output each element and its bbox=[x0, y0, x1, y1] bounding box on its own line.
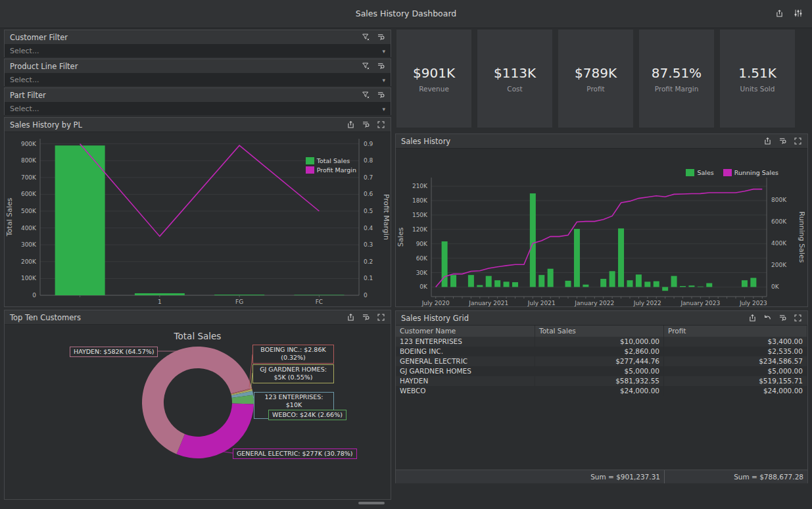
clear-filter-icon[interactable] bbox=[362, 33, 370, 41]
svg-text:Profit Margin: Profit Margin bbox=[382, 194, 389, 240]
svg-text:July 2020: July 2020 bbox=[421, 300, 450, 306]
export-icon[interactable] bbox=[346, 313, 355, 322]
svg-text:90K: 90K bbox=[416, 241, 428, 247]
kpi-label: Cost bbox=[507, 85, 522, 93]
svg-text:0.6: 0.6 bbox=[364, 191, 373, 197]
table-row[interactable]: WEBCO$24,000.00$24,000.00 bbox=[396, 386, 807, 396]
svg-text:200K: 200K bbox=[21, 258, 37, 265]
horizontal-scrollbar-thumb[interactable] bbox=[358, 502, 385, 504]
app-header-actions bbox=[775, 9, 803, 18]
svg-text:July 2021: July 2021 bbox=[527, 300, 556, 306]
maximize-icon[interactable] bbox=[794, 137, 802, 145]
clear-filter-icon[interactable] bbox=[362, 91, 370, 99]
edit-rules-icon[interactable] bbox=[778, 314, 787, 322]
panel-header: Sales History Grid bbox=[396, 311, 807, 326]
svg-text:0.3: 0.3 bbox=[364, 241, 373, 248]
panel-title: Product Line Filter bbox=[10, 62, 78, 71]
clear-filter-icon[interactable] bbox=[362, 62, 370, 70]
table-cell: $5,000.00 bbox=[535, 366, 664, 376]
customer-filter-select[interactable]: Select... ▾ bbox=[5, 45, 391, 57]
kpi-card-cost: $113K Cost bbox=[477, 30, 552, 128]
svg-text:0K: 0K bbox=[419, 283, 428, 290]
svg-text:0.9: 0.9 bbox=[364, 141, 373, 147]
panel-header: Part Filter bbox=[5, 88, 391, 103]
svg-text:100K: 100K bbox=[21, 275, 37, 281]
panel-header: Sales History by PL bbox=[5, 118, 391, 132]
kpi-value: $113K bbox=[494, 65, 536, 81]
pie-label-hayden[interactable]: HAYDEN: $582K (64.57%) bbox=[70, 347, 158, 357]
svg-text:Running Sales: Running Sales bbox=[798, 212, 805, 263]
undo-icon[interactable] bbox=[763, 314, 772, 322]
export-dashboard-icon[interactable] bbox=[775, 9, 784, 18]
kpi-label: Revenue bbox=[419, 85, 449, 93]
pie-label-boeing[interactable]: BOEING INC.: $2.86K (0.32%) bbox=[252, 345, 334, 364]
table-cell: $5,000.00 bbox=[664, 366, 807, 376]
legend-swatch bbox=[306, 157, 314, 164]
table-cell: BOEING INC. bbox=[396, 347, 535, 356]
svg-text:0.4: 0.4 bbox=[364, 225, 373, 231]
svg-text:800K: 800K bbox=[771, 197, 787, 203]
table-row[interactable]: HAYDEN$581,932.55$519,155.71 bbox=[396, 376, 807, 386]
panel-header: Sales History bbox=[396, 134, 807, 149]
parameters-icon[interactable] bbox=[794, 9, 803, 18]
panel-header: Customer Filter bbox=[5, 30, 391, 45]
svg-text:600K: 600K bbox=[21, 191, 37, 197]
table-cell: $24,000.00 bbox=[664, 386, 807, 396]
kpi-value: 87.51% bbox=[652, 65, 702, 81]
table-cell: 123 ENTERPRISES bbox=[396, 337, 535, 347]
svg-text:60K: 60K bbox=[416, 255, 428, 262]
maximize-icon[interactable] bbox=[794, 314, 802, 322]
top-customers-panel: Top Ten Customers Total Sales HAYDEN: $5… bbox=[4, 310, 391, 500]
part-filter-select[interactable]: Select... ▾ bbox=[5, 103, 391, 115]
panel-title: Customer Filter bbox=[10, 33, 68, 42]
column-header[interactable]: Profit bbox=[664, 326, 807, 337]
column-header[interactable]: Total Sales bbox=[535, 326, 664, 337]
svg-text:0: 0 bbox=[32, 292, 36, 299]
maximize-icon[interactable] bbox=[377, 313, 385, 322]
export-icon[interactable] bbox=[748, 314, 757, 322]
edit-rules-icon[interactable] bbox=[362, 120, 370, 129]
pie-label-general-electric[interactable]: GENERAL ELECTRIC: $277K (30.78%) bbox=[233, 448, 357, 459]
table-row[interactable]: 123 ENTERPRISES$10,000.00$3,400.00 bbox=[396, 337, 807, 347]
legend-label: Profit Margin bbox=[317, 166, 356, 174]
grid-header-row[interactable]: Customer Name Total Sales Profit bbox=[396, 326, 807, 337]
panel-title: Sales History bbox=[401, 137, 450, 146]
svg-text:180K: 180K bbox=[412, 197, 428, 204]
product-line-filter-select[interactable]: Select... ▾ bbox=[5, 74, 391, 86]
table-row[interactable]: GENERAL ELECTRIC$277,444.76$234,586.57 bbox=[396, 356, 807, 366]
legend-item: Profit Margin bbox=[306, 166, 356, 174]
table-cell: GENERAL ELECTRIC bbox=[396, 356, 535, 366]
svg-text:January 2023: January 2023 bbox=[680, 300, 720, 306]
kpi-card-revenue: $901K Revenue bbox=[396, 30, 471, 128]
table-cell: $24,000.00 bbox=[535, 386, 664, 396]
legend-item: Total Sales bbox=[306, 157, 356, 164]
svg-text:900K: 900K bbox=[21, 141, 37, 147]
column-header[interactable]: Customer Name bbox=[396, 326, 535, 337]
pie-label-gj-gardner[interactable]: GJ GARDNER HOMES: $5K (0.55%) bbox=[252, 364, 334, 383]
edit-rules-icon[interactable] bbox=[362, 313, 370, 322]
select-placeholder: Select... bbox=[10, 47, 382, 55]
export-icon[interactable] bbox=[346, 120, 355, 129]
edit-rules-icon[interactable] bbox=[778, 137, 787, 145]
panel-header: Product Line Filter bbox=[5, 59, 391, 74]
svg-text:Sales: Sales bbox=[396, 228, 405, 247]
edit-filter-icon[interactable] bbox=[377, 62, 385, 70]
pie-label-webco[interactable]: WEBCO: $24K (2.66%) bbox=[268, 410, 346, 420]
svg-text:1: 1 bbox=[158, 299, 162, 305]
maximize-icon[interactable] bbox=[377, 120, 385, 129]
export-icon[interactable] bbox=[763, 137, 772, 145]
kpi-value: 1.51K bbox=[738, 65, 776, 81]
part-filter-panel: Part Filter Select... ▾ bbox=[4, 87, 391, 115]
edit-filter-icon[interactable] bbox=[377, 91, 385, 99]
table-row[interactable]: BOEING INC.$2,860.00$2,535.00 bbox=[396, 347, 807, 356]
legend-swatch bbox=[723, 169, 732, 176]
caret-down-icon: ▾ bbox=[382, 106, 385, 112]
table-cell: $3,400.00 bbox=[664, 337, 807, 347]
table-cell: $2,535.00 bbox=[664, 347, 807, 356]
edit-filter-icon[interactable] bbox=[377, 33, 385, 41]
table-row[interactable]: GJ GARDNER HOMES$5,000.00$5,000.00 bbox=[396, 366, 807, 376]
sales-grid-panel: Sales History Grid Customer Name Total S… bbox=[395, 310, 808, 483]
svg-text:0.5: 0.5 bbox=[364, 208, 373, 214]
svg-text:210K: 210K bbox=[412, 183, 428, 189]
app-header: Sales History Dashboard bbox=[0, 0, 812, 28]
